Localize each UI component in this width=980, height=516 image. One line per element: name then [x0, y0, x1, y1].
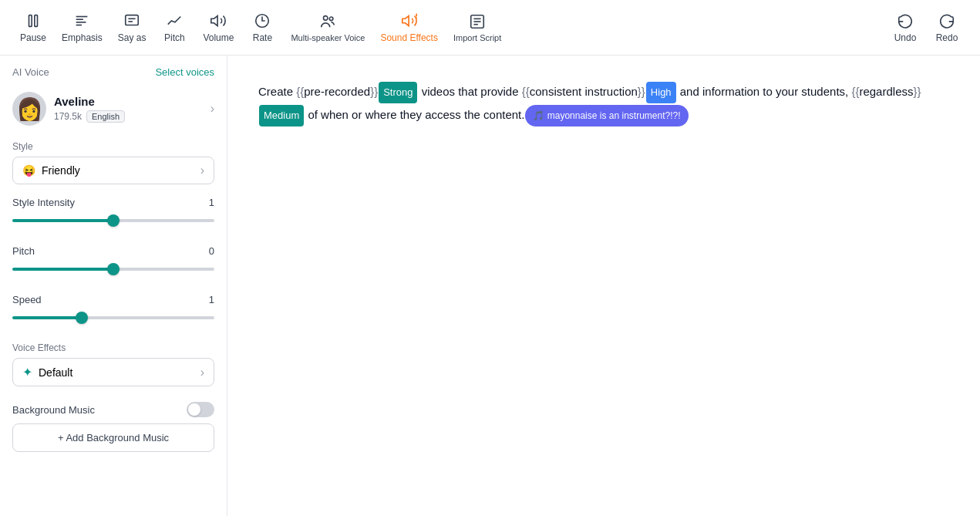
- style-intensity-section: Style Intensity 1: [0, 191, 227, 239]
- text-of-when: of when or where they access the content…: [305, 108, 524, 121]
- style-intensity-label: Style Intensity: [12, 197, 75, 208]
- pre-recorded-brace-open: {{: [296, 85, 304, 98]
- style-emoji: 😝: [22, 164, 35, 177]
- speed-section: Speed 1: [0, 288, 227, 336]
- rate-icon: [254, 12, 271, 29]
- ai-voice-label: AI Voice: [12, 66, 49, 78]
- voice-count: 179.5k: [54, 111, 82, 122]
- svg-rect-1: [35, 15, 38, 26]
- pitch-slider[interactable]: [12, 268, 214, 271]
- sound-effects-label: Sound Effects: [380, 32, 438, 43]
- toolbar-pitch[interactable]: Pitch: [153, 8, 195, 48]
- toolbar-sound-effects[interactable]: Sound Effects: [372, 8, 446, 48]
- undo-icon: [897, 12, 914, 29]
- voice-effects-value: Default: [39, 366, 72, 379]
- redo-icon: [938, 12, 955, 29]
- voice-language: English: [86, 110, 125, 123]
- multi-speaker-label: Multi-speaker Voice: [291, 33, 365, 42]
- tag-high[interactable]: High: [646, 82, 676, 103]
- toolbar-pause[interactable]: Pause: [12, 8, 54, 48]
- toolbar-say-as[interactable]: Say as: [110, 8, 154, 48]
- editor-text[interactable]: Create {{pre-recorded}}Strong videos tha…: [258, 80, 949, 126]
- select-voices-link[interactable]: Select voices: [155, 66, 214, 78]
- style-dropdown[interactable]: 😝 Friendly ›: [12, 157, 214, 184]
- speed-slider[interactable]: [12, 316, 214, 319]
- speed-row: Speed 1: [12, 294, 214, 305]
- pitch-row: Pitch 0: [12, 245, 214, 257]
- content-area: Create {{pre-recorded}}Strong videos tha…: [227, 56, 980, 516]
- rate-label: Rate: [253, 32, 272, 43]
- toolbar: Pause Emphasis Say as Pitch: [0, 0, 980, 56]
- voice-chevron-icon[interactable]: ›: [210, 102, 214, 116]
- toolbar-undo[interactable]: Undo: [884, 8, 926, 48]
- undo-label: Undo: [894, 32, 917, 43]
- pre-recorded-brace-close: }}: [370, 85, 378, 98]
- style-intensity-value: 1: [209, 197, 214, 208]
- emphasis-label: Emphasis: [62, 32, 103, 43]
- pitch-section: Pitch 0: [0, 239, 227, 288]
- style-intensity-slider[interactable]: [12, 219, 214, 222]
- toolbar-import-script[interactable]: Import Script: [446, 8, 509, 47]
- toolbar-volume[interactable]: Volume: [195, 8, 241, 48]
- text-videos: videos that provide: [418, 85, 521, 98]
- regardless-brace-close: }}: [913, 85, 921, 98]
- voice-effects-chevron-icon: ›: [200, 366, 204, 379]
- toolbar-redo[interactable]: Redo: [926, 8, 968, 48]
- style-intensity-row: Style Intensity 1: [12, 197, 214, 208]
- text-create: Create: [258, 85, 296, 98]
- tag-medium[interactable]: Medium: [259, 105, 304, 126]
- speed-slider-container: [12, 309, 214, 322]
- regardless-brace-open: {{: [851, 85, 859, 98]
- redo-label: Redo: [936, 32, 958, 43]
- style-dropdown-left: 😝 Friendly: [22, 164, 80, 177]
- voice-name: Aveline: [54, 95, 203, 108]
- pitch-label: Pitch: [12, 245, 35, 257]
- svg-point-15: [416, 17, 417, 19]
- voice-card[interactable]: 👩 Aveline 179.5k English ›: [0, 86, 227, 135]
- style-chevron-icon: ›: [200, 164, 204, 177]
- pitch-icon: [166, 12, 183, 29]
- pre-recorded-word: pre-recorded: [304, 85, 370, 98]
- tag-sound-effect[interactable]: 🎵 mayonnaise is an instrument?!?!: [525, 105, 688, 126]
- pitch-slider-container: [12, 260, 214, 274]
- svg-rect-0: [29, 15, 32, 26]
- import-script-icon: [469, 13, 486, 30]
- say-as-icon: [123, 12, 140, 29]
- sidebar-header: AI Voice Select voices: [0, 56, 227, 86]
- pitch-value: 0: [209, 245, 214, 257]
- volume-icon: [210, 12, 227, 29]
- pause-icon: [25, 12, 42, 29]
- emphasis-icon: [73, 12, 90, 29]
- sparkle-icon: ✦: [22, 365, 32, 379]
- tag-strong[interactable]: Strong: [379, 82, 417, 103]
- pitch-label: Pitch: [164, 32, 185, 43]
- voice-info: Aveline 179.5k English: [54, 95, 203, 123]
- text-and-info: and information to your students,: [677, 85, 852, 98]
- multi-speaker-icon: [319, 13, 336, 30]
- voice-effects-label: Voice Effects: [12, 342, 214, 353]
- toolbar-multi-speaker[interactable]: Multi-speaker Voice: [283, 8, 372, 47]
- style-section: Style 😝 Friendly ›: [0, 135, 227, 191]
- svg-rect-6: [126, 15, 139, 25]
- import-script-label: Import Script: [453, 33, 501, 42]
- volume-label: Volume: [203, 32, 234, 43]
- toolbar-rate[interactable]: Rate: [241, 8, 283, 48]
- background-music-toggle[interactable]: [187, 402, 214, 417]
- svg-point-11: [324, 15, 328, 20]
- consistent-brace-open: {{: [522, 85, 530, 98]
- add-background-music-button[interactable]: + Add Background Music: [12, 423, 214, 452]
- background-music-label: Background Music: [12, 404, 95, 416]
- consistent-word: consistent instruction: [530, 85, 638, 98]
- voice-effects-section: Voice Effects ✦ Default ›: [0, 336, 227, 393]
- sidebar: AI Voice Select voices 👩 Aveline 179.5k …: [0, 56, 227, 516]
- speed-label: Speed: [12, 294, 42, 305]
- regardless-word: regardless: [859, 85, 913, 98]
- consistent-brace-close: }}: [638, 85, 645, 98]
- add-background-music-label: + Add Background Music: [58, 432, 169, 443]
- svg-marker-9: [211, 15, 217, 25]
- svg-point-12: [330, 17, 334, 21]
- toolbar-emphasis[interactable]: Emphasis: [54, 8, 110, 48]
- voice-effects-dropdown[interactable]: ✦ Default ›: [12, 358, 214, 386]
- background-music-row: Background Music: [0, 393, 227, 423]
- avatar: 👩: [12, 92, 46, 126]
